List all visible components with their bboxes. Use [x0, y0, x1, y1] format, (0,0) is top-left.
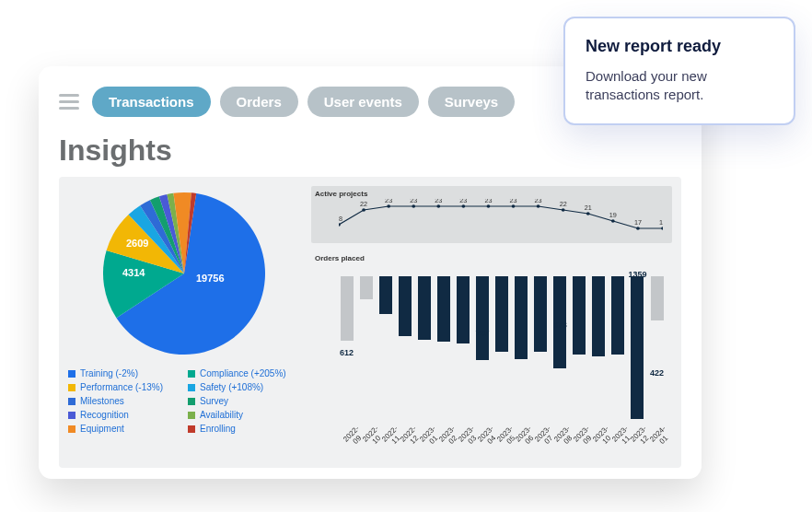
- bar-column: [358, 276, 374, 424]
- spark-value-label: 19: [609, 212, 617, 219]
- bar: [476, 276, 489, 360]
- bar: [631, 276, 644, 419]
- legend-swatch: [188, 425, 195, 433]
- x-axis-label: 2024-01: [648, 425, 681, 458]
- legend-swatch: [68, 384, 75, 391]
- bar-chart-title: Orders placed: [315, 254, 668, 262]
- bar: [379, 276, 392, 314]
- bar-column: 422: [649, 276, 665, 424]
- legend-label: Performance (-13%): [80, 382, 163, 392]
- tab-orders[interactable]: Orders: [220, 87, 298, 117]
- bar: [592, 276, 605, 356]
- legend-label: Compliance (+205%): [200, 368, 286, 378]
- bar-column: 1359: [630, 276, 645, 424]
- bar: [341, 276, 354, 341]
- bar: [437, 276, 450, 342]
- bar: [534, 276, 547, 352]
- notification-body: Download your new transactions report.: [586, 67, 773, 105]
- svg-point-7: [512, 204, 516, 208]
- legend-swatch: [68, 412, 75, 419]
- pie-chart: 1975643142609: [97, 186, 272, 361]
- spark-value-label: 23: [484, 199, 492, 204]
- svg-point-2: [387, 204, 390, 208]
- legend-label: Milestones: [80, 396, 124, 406]
- bar-column: [533, 276, 549, 424]
- legend-item: Safety (+108%): [188, 382, 300, 392]
- legend-swatch: [68, 398, 75, 405]
- bar: [418, 276, 431, 340]
- bar: [611, 276, 624, 355]
- legend-label: Recognition: [80, 410, 129, 420]
- spark-value-label: 23: [435, 199, 442, 204]
- bar: [457, 276, 470, 343]
- spark-value-label: 17: [659, 219, 663, 227]
- bar-chart: Orders placed 6127978781359422 2022-0920…: [311, 250, 672, 459]
- legend-swatch: [188, 370, 195, 378]
- legend-item: Availability: [188, 410, 300, 420]
- bar: [495, 276, 508, 352]
- bar: [360, 276, 373, 299]
- legend-item: Compliance (+205%): [188, 368, 300, 378]
- left-column: 1975643142609 Training (-2%)Compliance (…: [68, 186, 300, 459]
- bar-value-label: 797: [475, 329, 489, 338]
- bar-column: [435, 276, 451, 424]
- legend-swatch: [68, 370, 75, 378]
- spark-value-label: 23: [535, 199, 542, 204]
- svg-point-1: [362, 208, 365, 212]
- bar-value-label: 878: [553, 320, 567, 330]
- bar-column: [514, 276, 529, 424]
- bar-column: [572, 276, 587, 424]
- spark-value-label: 17: [634, 219, 642, 227]
- sparkline-title: Active projects: [315, 190, 668, 198]
- bar: [651, 276, 664, 320]
- legend-label: Availability: [200, 410, 243, 420]
- svg-point-6: [487, 204, 491, 208]
- bar-column: [591, 276, 607, 424]
- spark-value-label: 22: [560, 201, 567, 208]
- legend-item: Enrolling: [188, 424, 300, 434]
- spark-value-label: 23: [385, 199, 392, 204]
- svg-point-12: [636, 227, 640, 230]
- legend-item: Recognition: [68, 410, 180, 420]
- tab-user-events[interactable]: User events: [307, 87, 419, 117]
- legend-swatch: [188, 398, 195, 405]
- svg-point-5: [462, 204, 466, 208]
- pie-legend: Training (-2%)Compliance (+205%)Performa…: [68, 368, 300, 434]
- svg-point-3: [412, 204, 415, 208]
- sparkline-chart: Active projects 182223232323232323222119…: [311, 186, 672, 243]
- bar-column: 878: [552, 276, 568, 424]
- tab-transactions[interactable]: Transactions: [92, 87, 211, 117]
- bar-column: [455, 276, 470, 424]
- bar-column: 797: [474, 276, 490, 424]
- notification-toast[interactable]: New report ready Download your new trans…: [563, 17, 795, 125]
- spark-value-label: 23: [510, 199, 517, 204]
- bar: [399, 276, 412, 336]
- legend-swatch: [188, 384, 195, 391]
- legend-item: Milestones: [68, 396, 180, 406]
- legend-item: Survey: [188, 396, 300, 406]
- page-title: Insights: [59, 134, 681, 168]
- legend-swatch: [68, 425, 75, 433]
- spark-value-label: 18: [339, 215, 342, 223]
- menu-icon[interactable]: [59, 94, 79, 110]
- legend-label: Equipment: [80, 424, 124, 434]
- right-column: Active projects 182223232323232323222119…: [311, 186, 672, 459]
- bar-value-label: 1359: [628, 270, 646, 279]
- bar: [573, 276, 586, 355]
- bar-value-label: 612: [340, 348, 354, 357]
- spark-value-label: 23: [459, 199, 467, 204]
- insights-panel: 1975643142609 Training (-2%)Compliance (…: [59, 177, 681, 468]
- legend-item: Performance (-13%): [68, 382, 180, 392]
- bar-value-label: 422: [650, 368, 664, 378]
- bar-column: [397, 276, 412, 424]
- pie-slice-label: 4314: [122, 267, 145, 278]
- bar: [515, 276, 528, 359]
- svg-point-10: [586, 212, 590, 215]
- tab-surveys[interactable]: Surveys: [428, 87, 515, 117]
- legend-swatch: [188, 412, 195, 419]
- pie-slice-label: 19756: [196, 273, 225, 284]
- spark-value-label: 22: [360, 201, 367, 208]
- svg-point-4: [436, 204, 440, 208]
- bar-column: [416, 276, 432, 424]
- spark-value-label: 21: [585, 204, 592, 212]
